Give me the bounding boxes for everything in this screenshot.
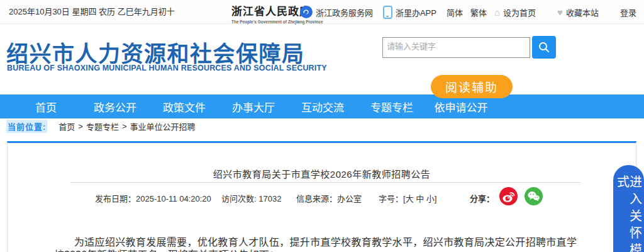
article-meta-row: 发布日期：2025-10-11 04:20:20 访问次数: 17032 信息来… bbox=[8, 187, 636, 209]
breadcrumb-home[interactable]: 首页 bbox=[58, 120, 75, 132]
zheliban-app-link[interactable]: 浙里办APP bbox=[383, 6, 436, 19]
article-card: 绍兴市教育局关于市直学校2026年新教师招聘公告 发布日期：2025-10-11… bbox=[7, 141, 636, 252]
care-mode-banner[interactable]: 进入关怀模式 bbox=[613, 165, 644, 252]
breadcrumb-separator: > bbox=[122, 122, 127, 131]
topbar-links: 浙江政务服务网 浙里办APP 简体 繁体 ⌂ 设为首页 ♥ bbox=[300, 0, 636, 24]
login-label: 登录 bbox=[620, 6, 636, 18]
article-title: 绍兴市教育局关于市直学校2026年新教师招聘公告 bbox=[8, 167, 636, 180]
service-site-link[interactable]: 浙江政务服务网 bbox=[300, 6, 373, 18]
main-nav: 首页 政务公开 政策文件 办事大厅 互动交流 专题专栏 依申请公开 bbox=[0, 94, 644, 118]
nav-item-home[interactable]: 首页 bbox=[11, 99, 80, 115]
login-link[interactable]: 登录 bbox=[620, 6, 636, 18]
breadcrumb-recruitment[interactable]: 事业单位公开招聘 bbox=[130, 120, 196, 132]
visit-count: 访问次数: 17032 bbox=[221, 192, 281, 204]
heart-icon: ♥ bbox=[557, 8, 563, 17]
nav-item-gov-info[interactable]: 政务公开 bbox=[80, 99, 150, 115]
home-icon: ⌂ bbox=[494, 8, 500, 17]
zhejiang-service-icon bbox=[300, 6, 313, 18]
publish-date: 发布日期：2025-10-11 04:20:20 bbox=[95, 192, 211, 204]
search-icon bbox=[537, 40, 551, 54]
set-homepage-link[interactable]: ⌂ 设为首页 bbox=[494, 6, 536, 18]
favorite-site-link[interactable]: ♥ 收藏本站 bbox=[557, 6, 599, 18]
current-date: 2025年10月30日 星期四 农历 乙巳年九月初十 bbox=[9, 0, 175, 24]
nav-item-special-topics[interactable]: 专题专栏 bbox=[357, 99, 426, 115]
site-title-en: BUREAU OF SHAOXING MUNICIPAL HUMAN RESOU… bbox=[7, 64, 327, 72]
article-body-paragraph: 为适应绍兴教育发展需要，优化教育人才队伍，提升市直学校教育教学水平，绍兴市教育局… bbox=[54, 236, 577, 252]
weibo-icon bbox=[499, 187, 518, 205]
reading-assist-button[interactable]: 阅读辅助 bbox=[431, 75, 513, 98]
simplified-chinese-toggle[interactable]: 简体 bbox=[447, 6, 463, 18]
zheliban-app-label: 浙里办APP bbox=[396, 6, 436, 18]
nav-item-interaction[interactable]: 互动交流 bbox=[288, 99, 357, 115]
breadcrumb-separator: > bbox=[78, 122, 83, 131]
share-weibo-button[interactable] bbox=[499, 187, 518, 205]
top-utility-bar: 2025年10月30日 星期四 农历 乙巳年九月初十 浙江省人民政府 The P… bbox=[0, 0, 644, 24]
search-button[interactable] bbox=[532, 36, 556, 59]
info-source: 信息来源：办公室 bbox=[296, 192, 362, 204]
masthead: 绍兴市人力资源和社会保障局 BUREAU OF SHAOXING MUNICIP… bbox=[0, 25, 644, 94]
favorite-site-label: 收藏本站 bbox=[566, 6, 599, 18]
title-divider bbox=[70, 182, 580, 183]
set-homepage-label: 设为首页 bbox=[503, 6, 536, 18]
breadcrumb-label: 当前位置: bbox=[6, 120, 47, 133]
search-input[interactable] bbox=[382, 37, 530, 58]
care-mode-label: 进入关怀模式 bbox=[616, 175, 641, 252]
nav-item-policy-docs[interactable]: 政策文件 bbox=[150, 99, 219, 115]
wechat-icon bbox=[525, 187, 543, 205]
nav-item-service-hall[interactable]: 办事大厅 bbox=[219, 99, 288, 115]
traditional-chinese-toggle[interactable]: 繁体 bbox=[470, 6, 487, 18]
breadcrumb: 当前位置: 首页 > 专题专栏 > 事业单位公开招聘 bbox=[0, 118, 644, 134]
share-label: 分享： bbox=[470, 192, 494, 204]
font-size-switcher[interactable]: 字号：[大 中 小] bbox=[379, 192, 436, 204]
mobile-app-icon bbox=[383, 6, 392, 19]
breadcrumb-topics[interactable]: 专题专栏 bbox=[86, 120, 119, 132]
service-site-label: 浙江政务服务网 bbox=[316, 6, 373, 18]
nav-item-info-request[interactable]: 依申请公开 bbox=[426, 99, 496, 115]
simplified-label: 简体 bbox=[447, 6, 463, 18]
page: 2025年10月30日 星期四 农历 乙巳年九月初十 浙江省人民政府 The P… bbox=[0, 0, 644, 252]
traditional-label: 繁体 bbox=[470, 6, 487, 18]
share-wechat-button[interactable] bbox=[525, 187, 543, 205]
